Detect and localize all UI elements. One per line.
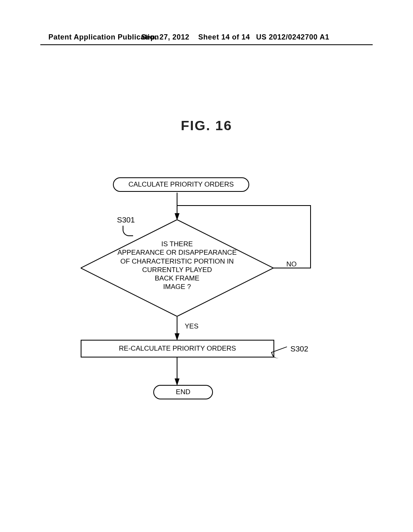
flow-connectors: [0, 0, 413, 532]
